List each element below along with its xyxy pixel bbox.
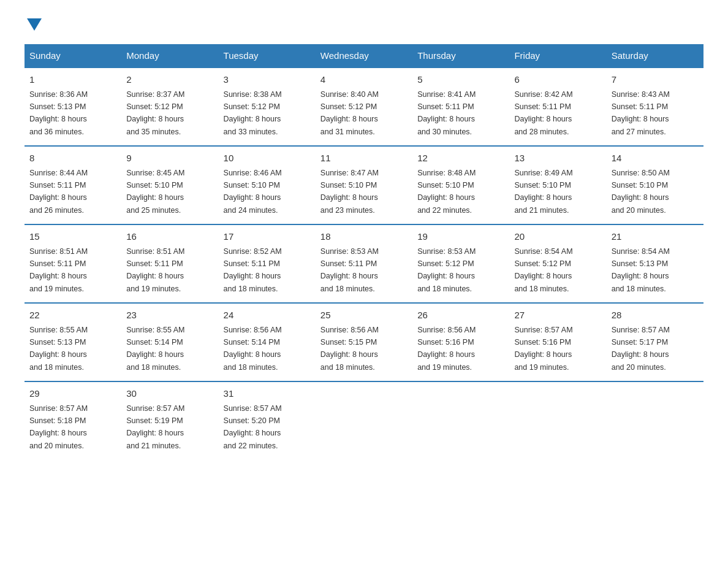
day-info: Sunrise: 8:50 AMSunset: 5:10 PMDaylight:… (612, 169, 670, 215)
calendar-day-cell: 21Sunrise: 8:54 AMSunset: 5:13 PMDayligh… (607, 224, 703, 303)
day-number: 13 (514, 151, 601, 166)
day-info: Sunrise: 8:55 AMSunset: 5:13 PMDaylight:… (29, 326, 88, 372)
calendar-day-cell: 1Sunrise: 8:36 AMSunset: 5:13 PMDaylight… (25, 67, 121, 146)
day-info: Sunrise: 8:57 AMSunset: 5:16 PMDaylight:… (514, 326, 572, 372)
weekday-header-tuesday: Tuesday (219, 44, 316, 67)
calendar-day-cell (509, 381, 606, 459)
day-info: Sunrise: 8:42 AMSunset: 5:11 PMDaylight:… (514, 90, 572, 136)
calendar-day-cell: 30Sunrise: 8:57 AMSunset: 5:19 PMDayligh… (121, 381, 218, 459)
day-number: 3 (224, 73, 311, 87)
page-header (25, 18, 703, 32)
calendar-table: SundayMondayTuesdayWednesdayThursdayFrid… (25, 44, 703, 459)
day-number: 5 (417, 73, 504, 87)
day-number: 21 (612, 230, 699, 244)
day-info: Sunrise: 8:57 AMSunset: 5:17 PMDaylight:… (612, 326, 670, 372)
day-info: Sunrise: 8:45 AMSunset: 5:10 PMDaylight:… (126, 169, 184, 215)
calendar-day-cell: 25Sunrise: 8:56 AMSunset: 5:15 PMDayligh… (316, 303, 412, 381)
day-number: 20 (514, 230, 601, 244)
weekday-header-friday: Friday (509, 44, 606, 67)
weekday-header-monday: Monday (121, 44, 218, 67)
day-info: Sunrise: 8:41 AMSunset: 5:11 PMDaylight:… (417, 90, 476, 136)
calendar-day-cell: 22Sunrise: 8:55 AMSunset: 5:13 PMDayligh… (25, 303, 121, 381)
day-info: Sunrise: 8:57 AMSunset: 5:18 PMDaylight:… (29, 404, 88, 450)
day-info: Sunrise: 8:51 AMSunset: 5:11 PMDaylight:… (29, 247, 88, 293)
day-number: 16 (126, 230, 213, 244)
day-info: Sunrise: 8:38 AMSunset: 5:12 PMDaylight:… (224, 90, 282, 136)
calendar-day-cell: 6Sunrise: 8:42 AMSunset: 5:11 PMDaylight… (509, 67, 606, 146)
day-info: Sunrise: 8:43 AMSunset: 5:11 PMDaylight:… (612, 90, 670, 136)
calendar-day-cell: 28Sunrise: 8:57 AMSunset: 5:17 PMDayligh… (607, 303, 703, 381)
day-number: 12 (417, 151, 504, 166)
calendar-day-cell: 23Sunrise: 8:55 AMSunset: 5:14 PMDayligh… (121, 303, 218, 381)
calendar-day-cell: 2Sunrise: 8:37 AMSunset: 5:12 PMDaylight… (121, 67, 218, 146)
weekday-header-thursday: Thursday (412, 44, 509, 67)
day-number: 8 (29, 151, 116, 166)
calendar-day-cell: 11Sunrise: 8:47 AMSunset: 5:10 PMDayligh… (316, 146, 412, 224)
calendar-day-cell: 17Sunrise: 8:52 AMSunset: 5:11 PMDayligh… (219, 224, 316, 303)
calendar-week-row: 22Sunrise: 8:55 AMSunset: 5:13 PMDayligh… (25, 303, 703, 381)
day-info: Sunrise: 8:56 AMSunset: 5:15 PMDaylight:… (320, 326, 379, 372)
calendar-day-cell (607, 381, 703, 459)
day-number: 24 (224, 308, 311, 323)
day-info: Sunrise: 8:53 AMSunset: 5:12 PMDaylight:… (417, 247, 476, 293)
calendar-day-cell (316, 381, 412, 459)
day-number: 28 (612, 308, 699, 323)
calendar-day-cell: 26Sunrise: 8:56 AMSunset: 5:16 PMDayligh… (412, 303, 509, 381)
day-info: Sunrise: 8:49 AMSunset: 5:10 PMDaylight:… (514, 169, 572, 215)
day-info: Sunrise: 8:53 AMSunset: 5:11 PMDaylight:… (320, 247, 379, 293)
calendar-day-cell: 19Sunrise: 8:53 AMSunset: 5:12 PMDayligh… (412, 224, 509, 303)
day-info: Sunrise: 8:36 AMSunset: 5:13 PMDaylight:… (29, 90, 88, 136)
day-info: Sunrise: 8:37 AMSunset: 5:12 PMDaylight:… (126, 90, 184, 136)
calendar-day-cell (412, 381, 509, 459)
day-info: Sunrise: 8:52 AMSunset: 5:11 PMDaylight:… (224, 247, 282, 293)
day-number: 19 (417, 230, 504, 244)
calendar-day-cell: 27Sunrise: 8:57 AMSunset: 5:16 PMDayligh… (509, 303, 606, 381)
day-info: Sunrise: 8:46 AMSunset: 5:10 PMDaylight:… (224, 169, 282, 215)
day-number: 15 (29, 230, 116, 244)
calendar-day-cell: 3Sunrise: 8:38 AMSunset: 5:12 PMDaylight… (219, 67, 316, 146)
day-number: 6 (514, 73, 601, 87)
day-info: Sunrise: 8:56 AMSunset: 5:14 PMDaylight:… (224, 326, 282, 372)
calendar-day-cell: 16Sunrise: 8:51 AMSunset: 5:11 PMDayligh… (121, 224, 218, 303)
calendar-day-cell: 9Sunrise: 8:45 AMSunset: 5:10 PMDaylight… (121, 146, 218, 224)
day-info: Sunrise: 8:56 AMSunset: 5:16 PMDaylight:… (417, 326, 476, 372)
day-number: 17 (224, 230, 311, 244)
calendar-day-cell: 12Sunrise: 8:48 AMSunset: 5:10 PMDayligh… (412, 146, 509, 224)
calendar-day-cell: 15Sunrise: 8:51 AMSunset: 5:11 PMDayligh… (25, 224, 121, 303)
calendar-day-cell: 13Sunrise: 8:49 AMSunset: 5:10 PMDayligh… (509, 146, 606, 224)
calendar-day-cell: 4Sunrise: 8:40 AMSunset: 5:12 PMDaylight… (316, 67, 412, 146)
calendar-day-cell: 31Sunrise: 8:57 AMSunset: 5:20 PMDayligh… (219, 381, 316, 459)
day-number: 29 (29, 387, 116, 401)
day-number: 9 (126, 151, 213, 166)
day-info: Sunrise: 8:57 AMSunset: 5:20 PMDaylight:… (224, 404, 282, 450)
calendar-week-row: 8Sunrise: 8:44 AMSunset: 5:11 PMDaylight… (25, 146, 703, 224)
calendar-day-cell: 8Sunrise: 8:44 AMSunset: 5:11 PMDaylight… (25, 146, 121, 224)
weekday-header-sunday: Sunday (25, 44, 121, 67)
logo (25, 18, 42, 32)
day-number: 2 (126, 73, 213, 87)
calendar-day-cell: 14Sunrise: 8:50 AMSunset: 5:10 PMDayligh… (607, 146, 703, 224)
calendar-day-cell: 5Sunrise: 8:41 AMSunset: 5:11 PMDaylight… (412, 67, 509, 146)
calendar-day-cell: 10Sunrise: 8:46 AMSunset: 5:10 PMDayligh… (219, 146, 316, 224)
calendar-day-cell: 24Sunrise: 8:56 AMSunset: 5:14 PMDayligh… (219, 303, 316, 381)
day-info: Sunrise: 8:40 AMSunset: 5:12 PMDaylight:… (320, 90, 379, 136)
calendar-day-cell: 7Sunrise: 8:43 AMSunset: 5:11 PMDaylight… (607, 67, 703, 146)
day-info: Sunrise: 8:48 AMSunset: 5:10 PMDaylight:… (417, 169, 476, 215)
day-number: 10 (224, 151, 311, 166)
day-number: 30 (126, 387, 213, 401)
day-number: 18 (320, 230, 408, 244)
calendar-week-row: 15Sunrise: 8:51 AMSunset: 5:11 PMDayligh… (25, 224, 703, 303)
day-info: Sunrise: 8:47 AMSunset: 5:10 PMDaylight:… (320, 169, 379, 215)
weekday-header-saturday: Saturday (607, 44, 703, 67)
day-number: 25 (320, 308, 408, 323)
day-info: Sunrise: 8:54 AMSunset: 5:13 PMDaylight:… (612, 247, 670, 293)
day-info: Sunrise: 8:54 AMSunset: 5:12 PMDaylight:… (514, 247, 572, 293)
day-info: Sunrise: 8:44 AMSunset: 5:11 PMDaylight:… (29, 169, 88, 215)
day-number: 22 (29, 308, 116, 323)
day-info: Sunrise: 8:51 AMSunset: 5:11 PMDaylight:… (126, 247, 184, 293)
logo-triangle-icon (27, 18, 42, 31)
calendar-day-cell: 20Sunrise: 8:54 AMSunset: 5:12 PMDayligh… (509, 224, 606, 303)
day-number: 7 (612, 73, 699, 87)
calendar-day-cell: 18Sunrise: 8:53 AMSunset: 5:11 PMDayligh… (316, 224, 412, 303)
weekday-header-wednesday: Wednesday (316, 44, 412, 67)
